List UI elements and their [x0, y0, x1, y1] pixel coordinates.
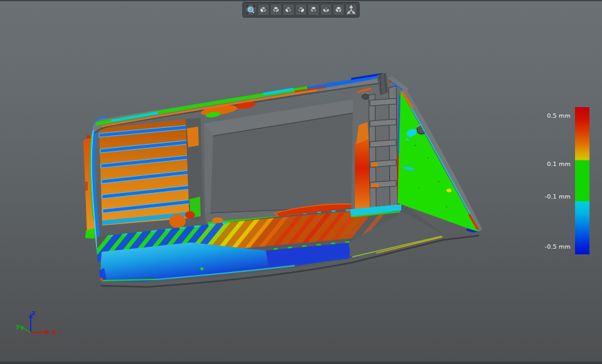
- left-louver-section: [99, 118, 203, 226]
- view-left-button[interactable]: [283, 4, 295, 16]
- cube-left-icon: [284, 5, 293, 14]
- cube-top-icon: [309, 5, 319, 14]
- cube-right-icon: [297, 5, 306, 14]
- view-top-button[interactable]: [308, 4, 320, 16]
- cube-bottom-icon: [322, 5, 331, 14]
- move-arrows-icon: [347, 5, 356, 14]
- center-pillar-ladder: [350, 83, 401, 217]
- view-front-button[interactable]: [258, 4, 270, 16]
- center-opening: [204, 97, 367, 214]
- z-axis-label: z: [31, 309, 35, 317]
- magnifier-icon: [246, 5, 256, 14]
- cube-back-icon: [272, 5, 281, 14]
- center-view-button[interactable]: [346, 4, 357, 16]
- x-axis-label: x: [52, 328, 56, 336]
- deviation-colormap-model[interactable]: z x y: [0, 0, 602, 364]
- y-axis-label: y: [16, 322, 20, 330]
- cube-iso-icon: [334, 5, 344, 14]
- cube-front-icon: [259, 5, 268, 14]
- orientation-axes: z x y: [16, 309, 56, 336]
- view-back-button[interactable]: [270, 4, 282, 16]
- view-toolbar: [243, 2, 360, 18]
- 3d-inspection-viewport[interactable]: z x y: [0, 0, 602, 364]
- view-bottom-button[interactable]: [320, 4, 332, 16]
- view-isometric-button[interactable]: [333, 4, 345, 16]
- zoom-fit-button[interactable]: [245, 4, 257, 16]
- viewport-bottom-border: [0, 361, 602, 364]
- view-right-button[interactable]: [295, 4, 307, 16]
- viewport-top-border: [0, 0, 602, 1]
